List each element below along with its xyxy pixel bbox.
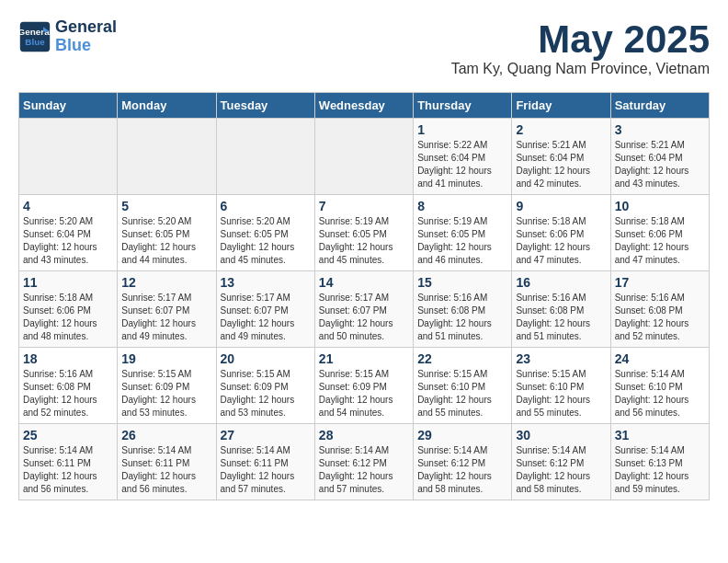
- day-number: 1: [417, 122, 507, 137]
- day-number: 2: [516, 122, 606, 137]
- calendar-cell: 22Sunrise: 5:15 AM Sunset: 6:10 PM Dayli…: [414, 348, 512, 424]
- day-number: 30: [516, 428, 606, 442]
- day-number: 20: [221, 351, 311, 366]
- day-number: 23: [516, 351, 606, 366]
- calendar-cell: 1Sunrise: 5:22 AM Sunset: 6:04 PM Daylig…: [414, 119, 512, 195]
- calendar-cell: 12Sunrise: 5:17 AM Sunset: 6:07 PM Dayli…: [118, 271, 216, 348]
- day-number: 17: [615, 275, 705, 290]
- calendar-cell: 31Sunrise: 5:14 AM Sunset: 6:13 PM Dayli…: [610, 424, 709, 500]
- calendar-cell: 10Sunrise: 5:18 AM Sunset: 6:06 PM Dayli…: [610, 195, 709, 271]
- cell-info: Sunrise: 5:15 AM Sunset: 6:10 PM Dayligh…: [516, 368, 606, 419]
- calendar-cell: 14Sunrise: 5:17 AM Sunset: 6:07 PM Dayli…: [314, 271, 413, 348]
- calendar-cell: 7Sunrise: 5:19 AM Sunset: 6:05 PM Daylig…: [314, 195, 413, 271]
- day-number: 29: [417, 428, 507, 442]
- calendar-table: SundayMondayTuesdayWednesdayThursdayFrid…: [18, 92, 710, 500]
- day-number: 25: [23, 428, 113, 442]
- cell-info: Sunrise: 5:14 AM Sunset: 6:11 PM Dayligh…: [121, 444, 211, 496]
- cell-info: Sunrise: 5:14 AM Sunset: 6:12 PM Dayligh…: [516, 444, 606, 496]
- cell-info: Sunrise: 5:15 AM Sunset: 6:09 PM Dayligh…: [121, 368, 211, 419]
- calendar-cell: 23Sunrise: 5:15 AM Sunset: 6:10 PM Dayli…: [512, 348, 610, 424]
- cell-info: Sunrise: 5:14 AM Sunset: 6:12 PM Dayligh…: [319, 444, 409, 496]
- cell-info: Sunrise: 5:14 AM Sunset: 6:10 PM Dayligh…: [615, 368, 705, 419]
- calendar-cell: 27Sunrise: 5:14 AM Sunset: 6:11 PM Dayli…: [216, 424, 314, 500]
- day-number: 14: [319, 275, 409, 290]
- day-number: 22: [417, 351, 507, 366]
- day-number: 3: [615, 122, 705, 137]
- cell-info: Sunrise: 5:14 AM Sunset: 6:13 PM Dayligh…: [615, 444, 705, 496]
- svg-text:Blue: Blue: [25, 37, 45, 47]
- calendar-cell: 28Sunrise: 5:14 AM Sunset: 6:12 PM Dayli…: [314, 424, 413, 500]
- day-number: 11: [23, 275, 113, 290]
- cell-info: Sunrise: 5:16 AM Sunset: 6:08 PM Dayligh…: [615, 292, 705, 343]
- cell-info: Sunrise: 5:20 AM Sunset: 6:04 PM Dayligh…: [23, 215, 113, 267]
- cell-info: Sunrise: 5:21 AM Sunset: 6:04 PM Dayligh…: [516, 139, 606, 190]
- calendar-cell: 20Sunrise: 5:15 AM Sunset: 6:09 PM Dayli…: [216, 348, 314, 424]
- calendar-cell: 2Sunrise: 5:21 AM Sunset: 6:04 PM Daylig…: [512, 119, 610, 195]
- day-number: 12: [121, 275, 211, 290]
- title-area: May 2025 Tam Ky, Quang Nam Province, Vie…: [451, 18, 710, 77]
- calendar-cell: 30Sunrise: 5:14 AM Sunset: 6:12 PM Dayli…: [512, 424, 610, 500]
- logo-icon: General Blue: [18, 20, 51, 53]
- calendar-cell: [118, 119, 216, 195]
- cell-info: Sunrise: 5:16 AM Sunset: 6:08 PM Dayligh…: [417, 292, 507, 343]
- cell-info: Sunrise: 5:16 AM Sunset: 6:08 PM Dayligh…: [516, 292, 606, 343]
- logo: General Blue GeneralBlue: [18, 18, 117, 55]
- calendar-cell: 24Sunrise: 5:14 AM Sunset: 6:10 PM Dayli…: [610, 348, 709, 424]
- cell-info: Sunrise: 5:17 AM Sunset: 6:07 PM Dayligh…: [319, 292, 409, 343]
- calendar-cell: 9Sunrise: 5:18 AM Sunset: 6:06 PM Daylig…: [512, 195, 610, 271]
- svg-text:General: General: [18, 27, 51, 37]
- calendar-cell: 17Sunrise: 5:16 AM Sunset: 6:08 PM Dayli…: [610, 271, 709, 348]
- location-title: Tam Ky, Quang Nam Province, Vietnam: [451, 61, 710, 77]
- calendar-cell: [216, 119, 314, 195]
- calendar-cell: [19, 119, 118, 195]
- calendar-cell: 5Sunrise: 5:20 AM Sunset: 6:05 PM Daylig…: [118, 195, 216, 271]
- cell-info: Sunrise: 5:14 AM Sunset: 6:11 PM Dayligh…: [23, 444, 113, 496]
- cell-info: Sunrise: 5:20 AM Sunset: 6:05 PM Dayligh…: [221, 215, 311, 267]
- cell-info: Sunrise: 5:22 AM Sunset: 6:04 PM Dayligh…: [417, 139, 507, 190]
- calendar-cell: 25Sunrise: 5:14 AM Sunset: 6:11 PM Dayli…: [19, 424, 118, 500]
- calendar-cell: 4Sunrise: 5:20 AM Sunset: 6:04 PM Daylig…: [19, 195, 118, 271]
- calendar-cell: 15Sunrise: 5:16 AM Sunset: 6:08 PM Dayli…: [414, 271, 512, 348]
- calendar-cell: 19Sunrise: 5:15 AM Sunset: 6:09 PM Dayli…: [118, 348, 216, 424]
- day-number: 31: [615, 428, 705, 442]
- day-number: 10: [615, 199, 705, 213]
- weekday-header-friday: Friday: [512, 93, 610, 119]
- calendar-cell: 16Sunrise: 5:16 AM Sunset: 6:08 PM Dayli…: [512, 271, 610, 348]
- calendar-cell: 11Sunrise: 5:18 AM Sunset: 6:06 PM Dayli…: [19, 271, 118, 348]
- day-number: 9: [516, 199, 606, 213]
- day-number: 4: [23, 199, 113, 213]
- month-title: May 2025: [451, 18, 710, 61]
- day-number: 19: [121, 351, 211, 366]
- day-number: 15: [417, 275, 507, 290]
- day-number: 27: [221, 428, 311, 442]
- weekday-header-wednesday: Wednesday: [314, 93, 413, 119]
- calendar-cell: 26Sunrise: 5:14 AM Sunset: 6:11 PM Dayli…: [118, 424, 216, 500]
- cell-info: Sunrise: 5:16 AM Sunset: 6:08 PM Dayligh…: [23, 368, 113, 419]
- cell-info: Sunrise: 5:19 AM Sunset: 6:05 PM Dayligh…: [319, 215, 409, 267]
- calendar-cell: 13Sunrise: 5:17 AM Sunset: 6:07 PM Dayli…: [216, 271, 314, 348]
- day-number: 18: [23, 351, 113, 366]
- cell-info: Sunrise: 5:19 AM Sunset: 6:05 PM Dayligh…: [417, 215, 507, 267]
- cell-info: Sunrise: 5:18 AM Sunset: 6:06 PM Dayligh…: [516, 215, 606, 267]
- calendar-cell: 21Sunrise: 5:15 AM Sunset: 6:09 PM Dayli…: [314, 348, 413, 424]
- calendar-cell: 18Sunrise: 5:16 AM Sunset: 6:08 PM Dayli…: [19, 348, 118, 424]
- cell-info: Sunrise: 5:18 AM Sunset: 6:06 PM Dayligh…: [615, 215, 705, 267]
- weekday-header-thursday: Thursday: [414, 93, 512, 119]
- cell-info: Sunrise: 5:15 AM Sunset: 6:09 PM Dayligh…: [319, 368, 409, 419]
- day-number: 7: [319, 199, 409, 213]
- calendar-cell: 6Sunrise: 5:20 AM Sunset: 6:05 PM Daylig…: [216, 195, 314, 271]
- weekday-header-monday: Monday: [118, 93, 216, 119]
- day-number: 13: [221, 275, 311, 290]
- cell-info: Sunrise: 5:14 AM Sunset: 6:11 PM Dayligh…: [221, 444, 311, 496]
- logo-text: GeneralBlue: [55, 18, 117, 55]
- calendar-cell: 3Sunrise: 5:21 AM Sunset: 6:04 PM Daylig…: [610, 119, 709, 195]
- day-number: 21: [319, 351, 409, 366]
- cell-info: Sunrise: 5:15 AM Sunset: 6:09 PM Dayligh…: [221, 368, 311, 419]
- calendar-cell: 8Sunrise: 5:19 AM Sunset: 6:05 PM Daylig…: [414, 195, 512, 271]
- day-number: 6: [221, 199, 311, 213]
- calendar-cell: 29Sunrise: 5:14 AM Sunset: 6:12 PM Dayli…: [414, 424, 512, 500]
- cell-info: Sunrise: 5:18 AM Sunset: 6:06 PM Dayligh…: [23, 292, 113, 343]
- cell-info: Sunrise: 5:15 AM Sunset: 6:10 PM Dayligh…: [417, 368, 507, 419]
- cell-info: Sunrise: 5:17 AM Sunset: 6:07 PM Dayligh…: [121, 292, 211, 343]
- cell-info: Sunrise: 5:14 AM Sunset: 6:12 PM Dayligh…: [417, 444, 507, 496]
